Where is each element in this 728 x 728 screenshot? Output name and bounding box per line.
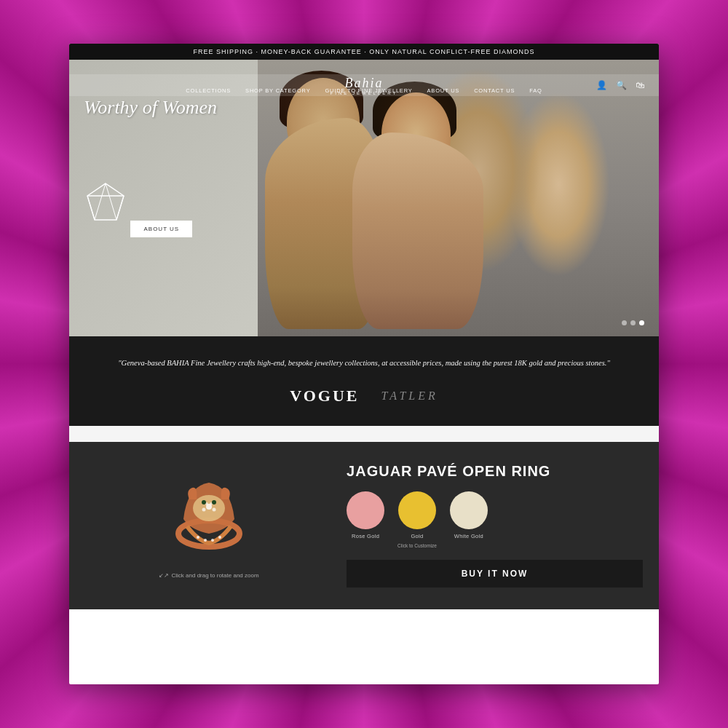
svg-line-5 <box>116 196 124 220</box>
nav-faq[interactable]: FAQ <box>529 87 542 94</box>
hero-dot-1[interactable] <box>622 320 627 325</box>
quote-section: "Geneva-based BAHIA Fine Jewellery craft… <box>69 336 659 426</box>
hero-content: Worthy of Women ABOUT US <box>84 96 217 237</box>
hero-tagline: Worthy of Women <box>84 96 217 119</box>
announcement-bar: FREE SHIPPING · MONEY-BACK GUARANTEE · O… <box>69 44 659 60</box>
rose-gold-label: Rose Gold <box>352 533 379 539</box>
product-details: JAGUAR PAVÉ OPEN RING Rose Gold Gold Cli… <box>332 458 643 593</box>
rotate-icon: ↙↗ <box>159 572 169 579</box>
nav-guide[interactable]: GUIDE TO FINE JEWELLERY <box>325 87 412 94</box>
announcement-text: FREE SHIPPING · MONEY-BACK GUARANTEE · O… <box>194 48 535 55</box>
svg-line-4 <box>87 196 95 220</box>
hero-dots <box>622 320 644 325</box>
gold-swatch[interactable] <box>398 491 436 529</box>
hero-section: Bahia FINE JEWELLERY 👤 🔍 🛍 COLLECTIONS S… <box>69 60 659 336</box>
nav-shop-by-category[interactable]: SHOP BY CATEGORY <box>245 87 310 94</box>
diamond-icon <box>84 180 127 223</box>
quote-text: "Geneva-based BAHIA Fine Jewellery craft… <box>113 357 615 371</box>
nav-about[interactable]: ABOUT US <box>427 87 460 94</box>
nav-bar: COLLECTIONS SHOP BY CATEGORY GUIDE TO FI… <box>69 87 659 94</box>
color-white-gold[interactable]: White Gold <box>450 491 488 548</box>
svg-line-3 <box>106 183 116 220</box>
about-us-button[interactable]: ABOUT US <box>130 221 192 237</box>
svg-point-14 <box>212 500 216 505</box>
svg-point-10 <box>212 508 215 512</box>
hero-dot-3[interactable] <box>639 320 644 325</box>
buy-now-button[interactable]: BUY IT NOW <box>347 560 643 587</box>
white-gold-label: White Gold <box>454 533 483 539</box>
browser-window: FREE SHIPPING · MONEY-BACK GUARANTEE · O… <box>69 44 659 684</box>
white-divider <box>69 426 659 442</box>
gold-label: Gold <box>411 533 423 539</box>
color-gold[interactable]: Gold Click to Customize <box>397 491 437 548</box>
hero-image <box>258 60 659 336</box>
svg-line-2 <box>95 183 106 220</box>
product-image-area: ↙↗ Click and drag to rotate and zoom <box>85 458 332 593</box>
svg-point-16 <box>204 539 207 542</box>
ring-instruction: ↙↗ Click and drag to rotate and zoom <box>159 572 259 579</box>
svg-point-17 <box>211 539 214 542</box>
person2-body <box>352 132 483 329</box>
instruction-text: Click and drag to rotate and zoom <box>172 572 259 579</box>
tatler-logo: TATLER <box>381 389 438 403</box>
press-logos: VOGUE TATLER <box>113 387 615 405</box>
color-options: Rose Gold Gold Click to Customize White … <box>347 491 643 548</box>
svg-point-13 <box>202 500 206 505</box>
gold-sublabel: Click to Customize <box>397 543 437 548</box>
color-rose-gold[interactable]: Rose Gold <box>347 491 384 548</box>
nav-collections[interactable]: COLLECTIONS <box>186 87 231 94</box>
svg-point-18 <box>218 536 221 539</box>
svg-point-15 <box>197 536 199 539</box>
product-title: JAGUAR PAVÉ OPEN RING <box>347 463 643 480</box>
svg-point-9 <box>202 508 205 512</box>
nav-contact[interactable]: CONTACT US <box>474 87 515 94</box>
hero-dot-2[interactable] <box>630 320 636 325</box>
product-section: ↙↗ Click and drag to rotate and zoom JAG… <box>69 442 659 609</box>
rose-gold-swatch[interactable] <box>347 491 384 529</box>
white-gold-swatch[interactable] <box>450 491 488 529</box>
vogue-logo: VOGUE <box>290 387 359 405</box>
ring-image[interactable] <box>162 472 256 566</box>
